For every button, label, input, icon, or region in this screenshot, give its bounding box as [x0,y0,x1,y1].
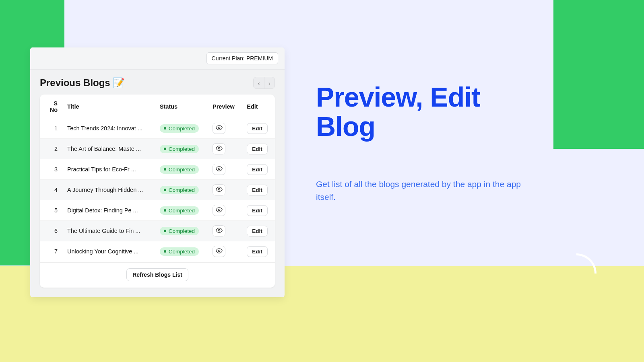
edit-button[interactable]: Edit [247,226,268,237]
col-sno: S No [40,95,62,118]
status-dot-icon [164,250,166,253]
hero-title: Preview, Edit Blog [316,82,541,142]
svg-point-1 [218,147,220,149]
preview-button[interactable] [213,164,225,175]
preview-button[interactable] [213,184,225,195]
eye-icon [216,186,223,194]
cell-title: Digital Detox: Finding Pe ... [62,200,155,221]
decor-green-right [553,0,644,149]
eye-icon [216,145,223,153]
table-row: 2The Art of Balance: Maste ...CompletedE… [40,139,275,159]
cell-sno: 2 [40,139,62,159]
page-prev-button[interactable]: ‹ [254,77,264,88]
status-dot-icon [164,230,166,232]
cell-edit: Edit [242,180,275,200]
eye-icon [216,165,223,173]
cell-preview [208,180,242,200]
status-badge: Completed [160,165,199,174]
plan-bar: Current Plan: PREMIUM [30,47,285,70]
pager: ‹ › [253,77,275,89]
svg-point-6 [218,250,220,251]
cell-title: Unlocking Your Cognitive ... [62,241,155,262]
cell-sno: 1 [40,118,62,139]
status-badge: Completed [160,227,199,235]
preview-button[interactable] [213,123,225,134]
svg-point-0 [218,127,220,128]
preview-button[interactable] [213,225,225,237]
app-window: Current Plan: PREMIUM Previous Blogs 📝 ‹… [30,47,285,297]
cell-edit: Edit [242,221,275,241]
blogs-table: S No Title Status Preview Edit 1Tech Tre… [40,95,275,261]
status-badge: Completed [160,247,199,256]
cell-sno: 5 [40,200,62,221]
eye-icon [216,206,223,214]
cell-edit: Edit [242,241,275,262]
svg-point-2 [218,168,220,169]
status-dot-icon [164,168,166,171]
cell-preview [208,221,242,241]
cell-title: A Journey Through Hidden ... [62,180,155,200]
blogs-card: S No Title Status Preview Edit 1Tech Tre… [40,95,275,288]
eye-icon [216,227,223,235]
status-text: Completed [169,146,195,152]
table-row: 1Tech Trends 2024: Innovat ...CompletedE… [40,118,275,139]
chevron-left-icon: ‹ [258,80,260,86]
edit-button[interactable]: Edit [247,144,268,154]
page-next-button[interactable]: › [264,77,275,88]
chevron-right-icon: › [268,80,270,86]
edit-button[interactable]: Edit [247,185,268,195]
previous-blogs-section: Previous Blogs 📝 ‹ › S No Title Status [30,70,285,297]
cell-preview [208,139,242,159]
status-text: Completed [169,228,195,234]
table-row: 3Practical Tips for Eco-Fr ...CompletedE… [40,159,275,180]
preview-button[interactable] [213,143,225,154]
status-dot-icon [164,189,166,191]
status-dot-icon [164,209,166,212]
hero-subtitle: Get list of all the blogs generated by t… [316,178,541,204]
cell-preview [208,118,242,139]
status-badge: Completed [160,124,199,133]
cell-edit: Edit [242,159,275,180]
cell-sno: 4 [40,180,62,200]
cell-title: Practical Tips for Eco-Fr ... [62,159,155,180]
cell-status: Completed [155,159,208,180]
cell-status: Completed [155,241,208,262]
edit-button[interactable]: Edit [247,246,268,257]
cell-status: Completed [155,180,208,200]
refresh-row: Refresh Blogs List [40,262,275,281]
status-badge: Completed [160,206,199,215]
cell-sno: 6 [40,221,62,241]
cell-edit: Edit [242,200,275,221]
status-text: Completed [169,249,195,255]
eye-icon [216,247,223,255]
status-text: Completed [169,187,195,193]
cell-edit: Edit [242,118,275,139]
cell-title: Tech Trends 2024: Innovat ... [62,118,155,139]
table-row: 6The Ultimate Guide to Fin ...CompletedE… [40,221,275,241]
section-title: Previous Blogs 📝 [40,77,125,88]
svg-point-3 [218,188,220,190]
cell-edit: Edit [242,139,275,159]
cell-sno: 7 [40,241,62,262]
status-dot-icon [164,127,166,130]
svg-point-5 [218,229,220,231]
edit-button[interactable]: Edit [247,205,268,216]
status-text: Completed [169,167,195,173]
preview-button[interactable] [213,246,225,257]
table-row: 5Digital Detox: Finding Pe ...CompletedE… [40,200,275,221]
eye-icon [216,124,223,132]
edit-button[interactable]: Edit [247,123,268,134]
col-edit: Edit [242,95,275,118]
refresh-blogs-button[interactable]: Refresh Blogs List [126,268,188,281]
preview-button[interactable] [213,205,225,216]
memo-icon: 📝 [113,77,125,88]
svg-point-4 [218,209,220,210]
col-preview: Preview [208,95,242,118]
cell-status: Completed [155,221,208,241]
cell-preview [208,200,242,221]
edit-button[interactable]: Edit [247,164,268,175]
cell-status: Completed [155,200,208,221]
status-badge: Completed [160,145,199,153]
col-status: Status [155,95,208,118]
plan-badge[interactable]: Current Plan: PREMIUM [206,52,278,64]
